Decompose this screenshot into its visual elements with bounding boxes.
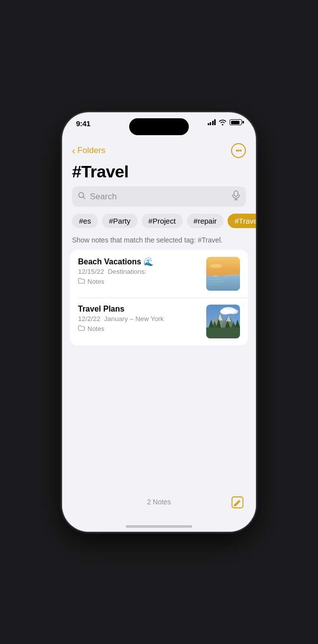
note-folder-label-travel: Notes bbox=[87, 325, 104, 332]
tag-chip-party[interactable]: #Party bbox=[102, 214, 137, 228]
svg-point-14 bbox=[229, 309, 238, 314]
tag-chip-notes[interactable]: #es bbox=[72, 214, 98, 228]
svg-rect-1 bbox=[234, 191, 238, 196]
note-content-travel: Travel Plans 12/2/22 January – New York … bbox=[78, 305, 200, 338]
status-icons bbox=[208, 119, 242, 125]
dynamic-island bbox=[129, 118, 189, 135]
back-label: Folders bbox=[78, 146, 106, 156]
svg-rect-20 bbox=[206, 327, 240, 338]
note-thumb-travel bbox=[206, 305, 240, 338]
note-content-beach: Beach Vacations 🌊 12/15/22 Destinations:… bbox=[78, 257, 200, 291]
note-folder-beach: Notes bbox=[78, 278, 200, 285]
notes-list: Beach Vacations 🌊 12/15/22 Destinations:… bbox=[70, 250, 248, 345]
tag-filter-info: Show notes that match the selected tag: … bbox=[62, 233, 256, 250]
nav-bar: ‹ Folders ••• bbox=[62, 139, 256, 160]
note-folder-label-beach: Notes bbox=[87, 278, 104, 285]
more-button[interactable]: ••• bbox=[231, 143, 246, 158]
note-item-beach[interactable]: Beach Vacations 🌊 12/15/22 Destinations:… bbox=[70, 250, 248, 298]
notes-count: 2 Notes bbox=[147, 498, 171, 506]
svg-rect-6 bbox=[206, 276, 240, 291]
svg-point-13 bbox=[220, 309, 230, 315]
search-input[interactable]: Search bbox=[90, 192, 228, 202]
compose-button[interactable] bbox=[231, 496, 244, 511]
search-bar[interactable]: Search bbox=[72, 186, 246, 207]
page-title: #Travel bbox=[62, 160, 256, 186]
home-indicator bbox=[126, 525, 192, 528]
note-folder-travel: Notes bbox=[78, 325, 200, 332]
note-meta-travel: 12/2/22 January – New York bbox=[78, 315, 200, 322]
status-time: 9:41 bbox=[76, 119, 90, 128]
signal-icon bbox=[208, 119, 216, 125]
search-icon bbox=[78, 192, 86, 202]
note-item-travel[interactable]: Travel Plans 12/2/22 January – New York … bbox=[70, 298, 248, 345]
wifi-icon bbox=[219, 119, 227, 125]
tag-chip-project[interactable]: #Project bbox=[142, 214, 183, 228]
more-dots-icon: ••• bbox=[236, 147, 241, 154]
back-button[interactable]: ‹ Folders bbox=[72, 146, 105, 156]
battery-icon bbox=[230, 119, 242, 125]
mic-icon[interactable] bbox=[232, 190, 240, 203]
svg-point-5 bbox=[210, 264, 222, 268]
folder-icon-travel bbox=[78, 325, 85, 332]
note-meta-beach: 12/15/22 Destinations: bbox=[78, 268, 200, 275]
note-thumb-beach bbox=[206, 257, 240, 291]
tags-row: #es #Party #Project #repair #Travel bbox=[62, 214, 256, 233]
note-title-travel: Travel Plans bbox=[78, 305, 200, 314]
tag-chip-travel[interactable]: #Travel bbox=[228, 214, 256, 228]
phone-shell: 9:41 ‹ Fold bbox=[62, 112, 256, 532]
tag-chip-repair[interactable]: #repair bbox=[187, 214, 224, 228]
svg-point-10 bbox=[212, 276, 218, 277]
folder-icon-beach bbox=[78, 278, 85, 285]
main-content: ‹ Folders ••• #Travel Search bbox=[62, 139, 256, 532]
back-chevron-icon: ‹ bbox=[72, 146, 76, 156]
note-title-beach: Beach Vacations 🌊 bbox=[78, 257, 200, 266]
